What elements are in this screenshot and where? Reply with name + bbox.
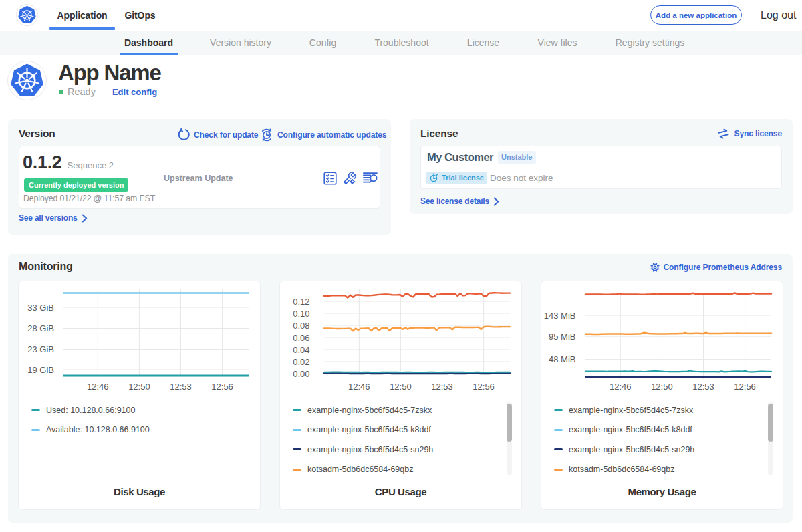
svg-text:12:53: 12:53 (431, 382, 453, 392)
svg-text:0.00: 0.00 (293, 369, 309, 379)
svg-text:0.08: 0.08 (293, 321, 309, 331)
svg-text:33 GiB: 33 GiB (27, 303, 54, 313)
svg-text:12:46: 12:46 (348, 382, 370, 392)
svg-text:28 GiB: 28 GiB (27, 323, 54, 334)
svg-text:12:56: 12:56 (473, 382, 495, 392)
svg-text:12:50: 12:50 (128, 382, 150, 392)
svg-text:12:46: 12:46 (87, 382, 109, 392)
svg-text:12:50: 12:50 (390, 382, 412, 392)
svg-text:19 GiB: 19 GiB (27, 365, 54, 375)
svg-text:0.04: 0.04 (293, 345, 309, 355)
svg-text:23 GiB: 23 GiB (27, 344, 54, 354)
svg-text:0.10: 0.10 (293, 309, 309, 319)
svg-text:12:56: 12:56 (211, 382, 233, 392)
svg-text:0.02: 0.02 (293, 357, 309, 367)
svg-text:143 MiB: 143 MiB (544, 311, 576, 321)
svg-text:48 MiB: 48 MiB (549, 354, 575, 364)
svg-text:12:56: 12:56 (734, 382, 756, 392)
svg-text:12:46: 12:46 (610, 382, 632, 392)
svg-text:95 MiB: 95 MiB (549, 331, 575, 342)
svg-text:12:53: 12:53 (692, 382, 714, 392)
svg-text:0.06: 0.06 (293, 333, 309, 343)
svg-text:0.12: 0.12 (293, 297, 309, 307)
svg-text:12:50: 12:50 (651, 382, 673, 392)
svg-text:12:53: 12:53 (170, 382, 192, 392)
